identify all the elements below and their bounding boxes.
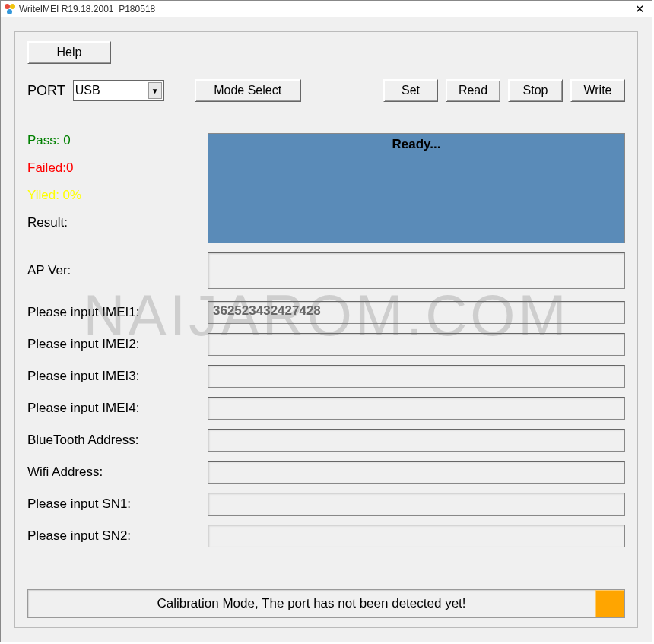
sn1-row: Please input SN1: [27, 493, 625, 516]
yield-count: Yiled: 0% [27, 188, 195, 203]
status-display: Ready... [208, 133, 625, 243]
imei3-input[interactable] [208, 365, 625, 388]
app-window: WriteIMEI R19.18.2001_P180518 ✕ Help POR… [0, 0, 652, 642]
mode-select-button[interactable]: Mode Select [195, 79, 301, 102]
bluetooth-input[interactable] [208, 429, 625, 452]
imei3-row: Please input IMEI3: [27, 365, 625, 388]
read-button[interactable]: Read [446, 79, 500, 102]
imei3-label: Please input IMEI3: [27, 369, 208, 384]
statusbar: Calibration Mode, The port has not been … [27, 589, 625, 618]
imei4-label: Please input IMEI4: [27, 401, 208, 416]
stop-button[interactable]: Stop [508, 79, 563, 102]
wifi-row: Wifi Address: [27, 461, 625, 484]
imei2-input[interactable] [208, 333, 625, 356]
wifi-label: Wifi Address: [27, 465, 208, 480]
port-label: PORT [27, 83, 65, 99]
imei2-row: Please input IMEI2: [27, 333, 625, 356]
sn2-row: Please input SN2: [27, 525, 625, 547]
client-area: Help PORT USB ▼ Mode Select Set Read Sto… [1, 17, 652, 642]
titlebar: WriteIMEI R19.18.2001_P180518 ✕ [1, 1, 652, 17]
app-icon [4, 3, 16, 15]
result-label: Result: [27, 215, 195, 230]
window-title: WriteIMEI R19.18.2001_P180518 [19, 4, 630, 14]
main-panel: Help PORT USB ▼ Mode Select Set Read Sto… [14, 31, 638, 628]
stats-area: Pass: 0 Failed:0 Yiled: 0% Result: [27, 133, 195, 243]
status-display-text: Ready... [392, 137, 441, 151]
sn1-input[interactable] [208, 493, 625, 516]
apver-row: AP Ver: [27, 252, 625, 289]
imei4-row: Please input IMEI4: [27, 397, 625, 420]
sn2-input[interactable] [208, 525, 625, 547]
pass-count: Pass: 0 [27, 133, 195, 148]
port-select[interactable]: USB ▼ [73, 80, 164, 101]
apver-input[interactable] [208, 252, 625, 289]
close-button[interactable]: ✕ [630, 2, 649, 16]
bluetooth-row: BlueTooth Address: [27, 429, 625, 452]
port-select-value: USB [75, 84, 100, 97]
wifi-input[interactable] [208, 461, 625, 484]
form-area: AP Ver: Please input IMEI1: 362523432427… [27, 252, 625, 557]
help-button[interactable]: Help [27, 41, 111, 64]
imei2-label: Please input IMEI2: [27, 337, 208, 352]
imei1-input[interactable]: 362523432427428 [208, 301, 625, 324]
bluetooth-label: BlueTooth Address: [27, 433, 208, 448]
imei4-input[interactable] [208, 397, 625, 420]
status-indicator [595, 589, 625, 618]
sn1-label: Please input SN1: [27, 496, 208, 512]
imei1-row: Please input IMEI1: 362523432427428 [27, 301, 625, 324]
sn2-label: Please input SN2: [27, 528, 208, 544]
write-button[interactable]: Write [570, 79, 625, 102]
apver-label: AP Ver: [27, 263, 208, 278]
toolbar: PORT USB ▼ Mode Select Set Read Stop Wri… [27, 79, 625, 102]
imei1-label: Please input IMEI1: [27, 305, 208, 320]
set-button[interactable]: Set [383, 79, 438, 102]
chevron-down-icon: ▼ [148, 82, 162, 99]
failed-count: Failed:0 [27, 160, 195, 176]
statusbar-text: Calibration Mode, The port has not been … [27, 589, 595, 618]
